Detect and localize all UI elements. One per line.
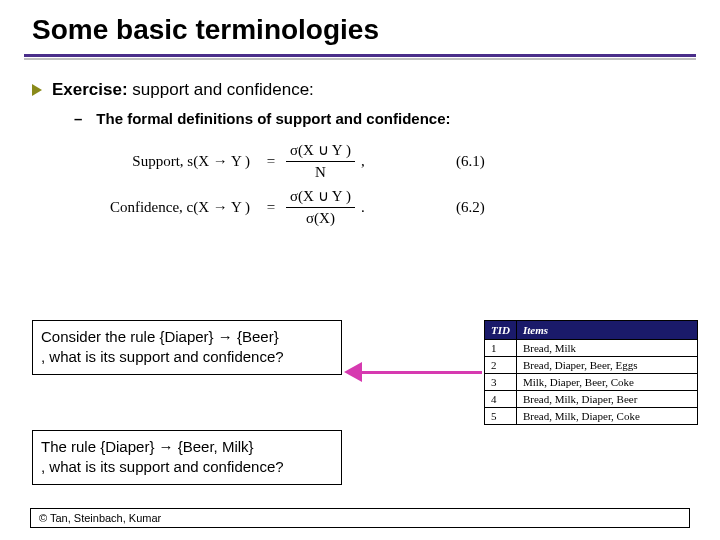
table-row: 2 Bread, Diaper, Beer, Eggs: [485, 357, 698, 374]
eq-support-label: Support, s(X → Y ): [90, 153, 260, 170]
arrow-head-icon: [344, 362, 362, 382]
bullet-level-1: Exercise: support and confidence:: [0, 60, 720, 100]
q1-line1: Consider the rule {Diaper} → {Beer}: [41, 327, 333, 347]
table-row: 3 Milk, Diaper, Beer, Coke: [485, 374, 698, 391]
bullet1-text: Exercise: support and confidence:: [52, 80, 314, 100]
table-header-items: Items: [516, 321, 697, 340]
eq-conf-label: Confidence, c(X → Y ): [90, 199, 260, 216]
table-row: 1 Bread, Milk: [485, 340, 698, 357]
cell-tid: 4: [485, 391, 517, 408]
slide-title: Some basic terminologies: [0, 0, 720, 54]
footer-credit: © Tan, Steinbach, Kumar: [30, 508, 690, 528]
question-box-1: Consider the rule {Diaper} → {Beer} , wh…: [32, 320, 342, 375]
eq-support-ref: (6.1): [365, 153, 485, 170]
question-box-2: The rule {Diaper} → {Beer, Milk} , what …: [32, 430, 342, 485]
q2-line1: The rule {Diaper} → {Beer, Milk}: [41, 437, 333, 457]
cell-items: Bread, Milk, Diaper, Coke: [516, 408, 697, 425]
cell-items: Milk, Diaper, Beer, Coke: [516, 374, 697, 391]
eq-conf-den: σ(X): [286, 208, 355, 227]
cell-tid: 1: [485, 340, 517, 357]
cell-tid: 2: [485, 357, 517, 374]
cell-items: Bread, Milk, Diaper, Beer: [516, 391, 697, 408]
equation-confidence: Confidence, c(X → Y ) = σ(X ∪ Y ) σ(X) .…: [90, 187, 720, 227]
table-row: 4 Bread, Milk, Diaper, Beer: [485, 391, 698, 408]
cell-items: Bread, Milk: [516, 340, 697, 357]
table-row: 5 Bread, Milk, Diaper, Coke: [485, 408, 698, 425]
dash-bullet-icon: –: [74, 110, 82, 127]
eq-support-fraction: σ(X ∪ Y ) N: [282, 141, 359, 181]
cell-tid: 5: [485, 408, 517, 425]
eq-equals: =: [260, 153, 282, 170]
cell-tid: 3: [485, 374, 517, 391]
bullet1-rest: support and confidence:: [128, 80, 314, 99]
eq-support-den: N: [286, 162, 355, 181]
eq-support-num: σ(X ∪ Y ): [286, 141, 355, 162]
eq-equals: =: [260, 199, 282, 216]
bullet1-label: Exercise:: [52, 80, 128, 99]
bullet-level-2: – The formal definitions of support and …: [0, 100, 720, 127]
triangle-bullet-icon: [32, 84, 42, 96]
equations-block: Support, s(X → Y ) = σ(X ∪ Y ) N , (6.1)…: [0, 127, 720, 227]
cell-items: Bread, Diaper, Beer, Eggs: [516, 357, 697, 374]
title-rule-primary: [24, 54, 696, 57]
table-header-row: TID Items: [485, 321, 698, 340]
table-header-tid: TID: [485, 321, 517, 340]
q2-line2: , what is its support and confidence?: [41, 457, 333, 477]
eq-conf-fraction: σ(X ∪ Y ) σ(X): [282, 187, 359, 227]
left-arrow-icon: [344, 362, 482, 382]
eq-conf-ref: (6.2): [365, 199, 485, 216]
transactions-table: TID Items 1 Bread, Milk 2 Bread, Diaper,…: [484, 320, 698, 425]
eq-conf-num: σ(X ∪ Y ): [286, 187, 355, 208]
arrow-line-icon: [362, 371, 482, 374]
equation-support: Support, s(X → Y ) = σ(X ∪ Y ) N , (6.1): [90, 141, 720, 181]
bullet2-text: The formal definitions of support and co…: [96, 110, 450, 127]
q1-line2: , what is its support and confidence?: [41, 347, 333, 367]
